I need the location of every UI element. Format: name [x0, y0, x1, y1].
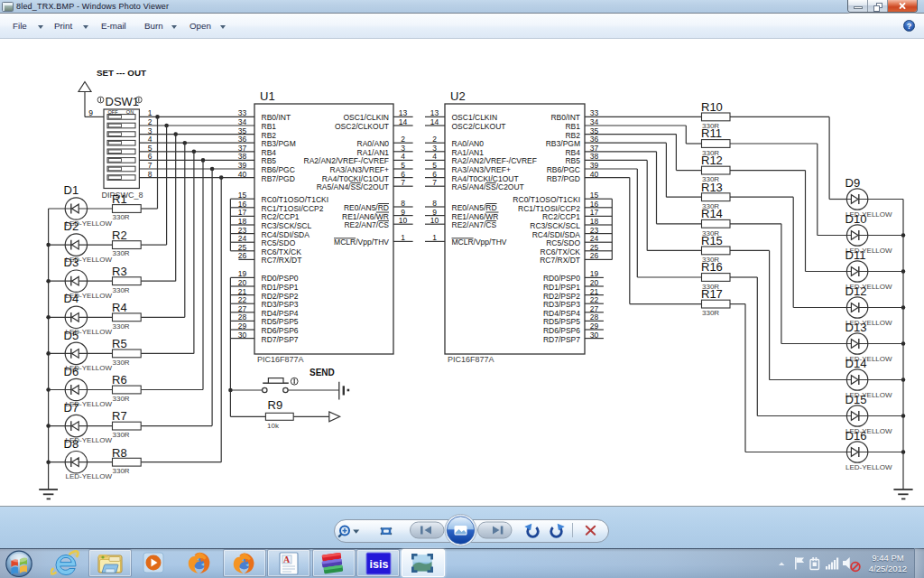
- svg-text:330R: 330R: [113, 431, 130, 439]
- svg-text:D8: D8: [64, 437, 79, 451]
- svg-text:RD2/PSP2: RD2/PSP2: [543, 292, 580, 301]
- svg-text:4: 4: [432, 152, 437, 161]
- svg-text:4: 4: [401, 152, 405, 161]
- svg-text:RC5/SDO: RC5/SDO: [262, 238, 296, 247]
- svg-text:35: 35: [238, 126, 247, 135]
- svg-text:13: 13: [399, 108, 408, 117]
- svg-text:14: 14: [430, 117, 439, 126]
- svg-text:DSW1: DSW1: [106, 95, 140, 108]
- svg-text:D7: D7: [64, 401, 79, 415]
- svg-text:RE0/AN5/RD: RE0/AN5/RD: [344, 203, 389, 212]
- svg-text:R5: R5: [112, 337, 127, 350]
- svg-text:1: 1: [401, 233, 405, 242]
- svg-text:R3: R3: [112, 265, 127, 278]
- svg-text:RB0/INT: RB0/INT: [550, 113, 580, 122]
- svg-text:OSC2/CLKOUT: OSC2/CLKOUT: [335, 122, 389, 131]
- svg-text:R9: R9: [268, 398, 283, 412]
- svg-text:39: 39: [238, 161, 247, 170]
- svg-text:D1: D1: [64, 183, 79, 197]
- svg-text:RC7/RX/DT: RC7/RX/DT: [262, 256, 302, 265]
- svg-text:R17: R17: [701, 287, 723, 301]
- svg-text:RD1/PSP1: RD1/PSP1: [543, 283, 580, 292]
- svg-text:33: 33: [238, 108, 247, 117]
- svg-text:5: 5: [432, 161, 437, 170]
- svg-text:RD6/PSP6: RD6/PSP6: [543, 326, 580, 335]
- svg-text:RA3/AN3/VREF+: RA3/AN3/VREF+: [330, 165, 389, 174]
- svg-text:R12: R12: [701, 154, 723, 167]
- svg-text:RD3/PSP3: RD3/PSP3: [262, 300, 299, 309]
- svg-text:RA0/AN0: RA0/AN0: [357, 139, 390, 148]
- svg-text:R11: R11: [701, 126, 722, 140]
- svg-text:A: A: [283, 555, 291, 564]
- svg-text:D9: D9: [845, 176, 861, 190]
- svg-text:9: 9: [88, 108, 93, 117]
- svg-text:RB6/PGC: RB6/PGC: [262, 165, 295, 174]
- svg-text:RB2: RB2: [565, 131, 580, 140]
- svg-text:RC3/SCK/SCL: RC3/SCK/SCL: [530, 221, 580, 230]
- svg-text:330R: 330R: [113, 249, 130, 257]
- svg-text:RA5/AN4/SS/C2OUT: RA5/AN4/SS/C2OUT: [452, 182, 524, 191]
- svg-text:OSC1/CLKIN: OSC1/CLKIN: [343, 113, 389, 122]
- svg-text:RD0/PSP0: RD0/PSP0: [543, 274, 580, 283]
- svg-text:330R: 330R: [113, 322, 130, 331]
- svg-text:RC5/SDO: RC5/SDO: [546, 238, 580, 247]
- svg-text:RB7/PGD: RB7/PGD: [262, 174, 295, 183]
- svg-text:RC1/T1OSI/CCP2: RC1/T1OSI/CCP2: [518, 204, 580, 213]
- svg-text:RD7/PSP7: RD7/PSP7: [543, 335, 580, 344]
- svg-text:D12: D12: [845, 284, 867, 298]
- svg-text:36: 36: [238, 135, 247, 144]
- svg-text:3: 3: [432, 144, 437, 153]
- svg-text:RC4/SDI/SDA: RC4/SDI/SDA: [262, 230, 310, 239]
- svg-text:330R: 330R: [113, 395, 130, 403]
- svg-text:RD1/PSP1: RD1/PSP1: [262, 283, 299, 292]
- svg-text:R7: R7: [112, 409, 127, 423]
- svg-text:MCLR/Vpp/THV: MCLR/Vpp/THV: [334, 238, 389, 247]
- svg-text:U1: U1: [260, 89, 275, 103]
- svg-text:10: 10: [430, 216, 439, 225]
- svg-text:LED-YELLOW: LED-YELLOW: [845, 463, 892, 471]
- svg-text:RC0/T1OSO/T1CKI: RC0/T1OSO/T1CKI: [262, 195, 329, 204]
- svg-text:D11: D11: [845, 248, 866, 262]
- svg-text:2: 2: [432, 135, 437, 144]
- svg-text:RC6/TX/CK: RC6/TX/CK: [541, 247, 581, 256]
- svg-text:D6: D6: [64, 365, 79, 378]
- svg-text:RD3/PSP3: RD3/PSP3: [543, 300, 580, 309]
- svg-text:RA4/T0CKI/C1OUT: RA4/T0CKI/C1OUT: [322, 174, 389, 183]
- svg-text:330R: 330R: [113, 467, 130, 475]
- svg-text:OSC1/CLKIN: OSC1/CLKIN: [452, 113, 498, 122]
- svg-text:R2: R2: [112, 228, 127, 242]
- svg-text:D16: D16: [845, 429, 867, 443]
- svg-text:PIC16F877A: PIC16F877A: [257, 355, 304, 364]
- svg-text:RA4/T0CKI/C1OUT: RA4/T0CKI/C1OUT: [452, 174, 519, 183]
- svg-text:RB5: RB5: [262, 156, 277, 165]
- svg-text:RA3/AN3/VREF+: RA3/AN3/VREF+: [452, 165, 511, 174]
- svg-text:9: 9: [401, 208, 405, 217]
- svg-text:SET --- OUT: SET --- OUT: [97, 68, 146, 78]
- svg-text:D10: D10: [845, 212, 867, 226]
- svg-text:330R: 330R: [113, 286, 130, 294]
- svg-text:RC2/CCP1: RC2/CCP1: [542, 212, 580, 221]
- svg-text:PIC16F877A: PIC16F877A: [448, 355, 494, 364]
- svg-text:D5: D5: [64, 329, 79, 342]
- svg-text:RA1/AN1: RA1/AN1: [357, 148, 390, 157]
- svg-text:RD5/PSP5: RD5/PSP5: [262, 317, 299, 326]
- svg-text:RD2/PSP2: RD2/PSP2: [262, 292, 299, 301]
- svg-text:RA5/AN4/SS/C2OUT: RA5/AN4/SS/C2OUT: [317, 182, 389, 191]
- svg-text:RC4/SDI/SDA: RC4/SDI/SDA: [532, 230, 581, 239]
- svg-text:D3: D3: [64, 256, 79, 269]
- svg-text:RB2: RB2: [262, 131, 277, 140]
- svg-text:RA0/AN0: RA0/AN0: [452, 139, 485, 148]
- svg-text:isis: isis: [370, 558, 389, 571]
- svg-text:D4: D4: [64, 292, 79, 305]
- svg-text:40: 40: [238, 170, 247, 179]
- svg-text:6: 6: [401, 170, 405, 179]
- svg-text:3: 3: [401, 144, 405, 153]
- svg-text:RC2/CCP1: RC2/CCP1: [262, 212, 300, 221]
- svg-text:RD5/PSP5: RD5/PSP5: [543, 317, 580, 326]
- svg-text:RB5: RB5: [565, 156, 580, 165]
- svg-text:R14: R14: [701, 207, 723, 220]
- svg-text:10k: 10k: [267, 422, 280, 430]
- svg-text:10: 10: [399, 216, 408, 225]
- svg-text:SEND: SEND: [310, 368, 335, 378]
- svg-text:R15: R15: [701, 234, 723, 247]
